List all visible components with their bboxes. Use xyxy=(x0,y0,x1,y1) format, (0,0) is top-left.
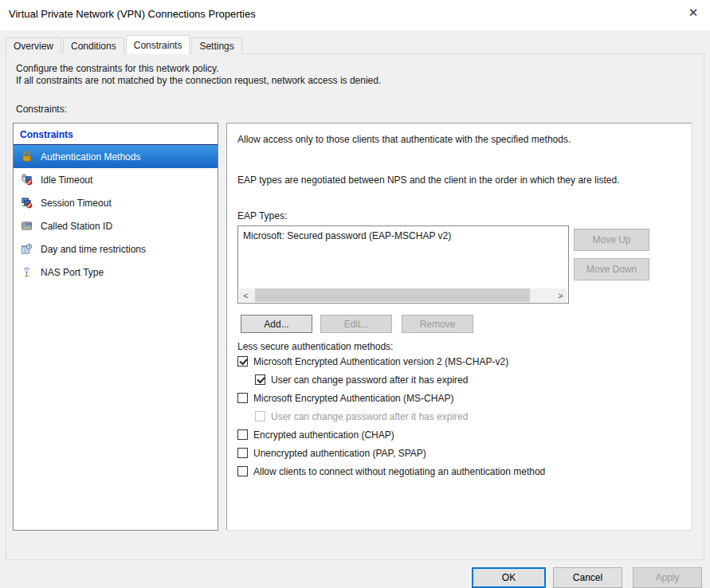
list-item-label: Called Station ID xyxy=(41,221,112,232)
horizontal-scrollbar[interactable]: < > xyxy=(239,288,567,302)
edit-button[interactable]: Edit... xyxy=(320,315,392,333)
less-secure-label: Less secure authentication methods: xyxy=(237,341,393,352)
checkbox-row-mschap: Microsoft Encrypted Authentication (MS-C… xyxy=(237,391,545,405)
scroll-right-icon[interactable]: > xyxy=(554,288,567,302)
lock-icon xyxy=(19,150,33,163)
list-item-nas-port-type[interactable]: NAS Port Type xyxy=(14,261,218,284)
nas-port-type-icon xyxy=(19,265,33,279)
session-timeout-icon xyxy=(19,196,33,210)
scrollbar-thumb[interactable] xyxy=(255,288,530,302)
list-item-authentication-methods[interactable]: Authentication Methods xyxy=(14,145,218,168)
chap-checkbox[interactable] xyxy=(237,429,248,440)
list-item-idle-timeout[interactable]: Idle Timeout xyxy=(14,168,218,191)
cancel-button[interactable]: Cancel xyxy=(553,567,622,588)
day-time-restrictions-icon xyxy=(19,242,33,256)
list-item-called-station-id[interactable]: Called Station ID xyxy=(14,214,218,237)
eap-types-listbox[interactable]: Microsoft: Secured password (EAP-MSCHAP … xyxy=(237,225,569,304)
authentication-methods-panel: Allow access only to those clients that … xyxy=(226,123,692,531)
panel-description: Allow access only to those clients that … xyxy=(237,134,668,145)
add-button[interactable]: Add... xyxy=(241,315,312,333)
scrollbar-track[interactable] xyxy=(253,288,554,302)
mschap-v2-password-change-checkbox[interactable] xyxy=(255,374,265,385)
checkbox-label: User can change password after it has ex… xyxy=(271,411,468,422)
remove-button[interactable]: Remove xyxy=(402,315,473,333)
list-item-label: Session Timeout xyxy=(41,198,112,209)
no-negotiation-checkbox[interactable] xyxy=(237,466,248,476)
checkbox-label: Microsoft Encrypted Authentication versi… xyxy=(253,356,508,367)
list-item-day-time-restrictions[interactable]: Day and time restrictions xyxy=(14,237,218,261)
intro-text: Configure the constraints for this netwo… xyxy=(16,63,381,87)
checkbox-label: Microsoft Encrypted Authentication (MS-C… xyxy=(253,393,453,404)
tab-overview[interactable]: Overview xyxy=(6,37,61,54)
eap-types-label: EAP Types: xyxy=(237,210,287,221)
list-item-session-timeout[interactable]: Session Timeout xyxy=(14,191,218,214)
checkbox-row-no-negotiation: Allow clients to connect without negotia… xyxy=(237,465,545,478)
tab-strip: Overview Conditions Constraints Settings xyxy=(6,37,244,54)
mschap-checkbox[interactable] xyxy=(237,393,248,403)
checkbox-label: Encrypted authentication (CHAP) xyxy=(253,429,394,441)
window-title: Virtual Private Network (VPN) Connection… xyxy=(9,8,256,20)
intro-line-2: If all constraints are not matched by th… xyxy=(16,75,381,87)
constraints-list: Constraints Authentication Methods Idle … xyxy=(13,123,218,531)
mschap-v2-checkbox[interactable] xyxy=(237,356,248,367)
eap-negotiation-text: EAP types are negotiated between NPS and… xyxy=(237,174,660,186)
checkbox-row-mschap-pwchange: User can change password after it has ex… xyxy=(255,410,545,423)
list-item-label: Day and time restrictions xyxy=(41,244,146,255)
eap-type-item[interactable]: Microsoft: Secured password (EAP-MSCHAP … xyxy=(238,226,568,245)
tab-constraints[interactable]: Constraints xyxy=(126,35,190,54)
move-down-button[interactable]: Move Down xyxy=(574,258,649,280)
titlebar: Virtual Private Network (VPN) Connection… xyxy=(0,0,710,30)
intro-line-1: Configure the constraints for this netwo… xyxy=(16,63,381,75)
idle-timeout-icon xyxy=(19,173,33,186)
ok-button[interactable]: OK xyxy=(472,567,546,588)
mschap-password-change-checkbox[interactable] xyxy=(255,411,265,421)
checkbox-label: Allow clients to connect without negotia… xyxy=(253,466,545,477)
scroll-left-icon[interactable]: < xyxy=(239,288,253,302)
constraints-tab-page: Configure the constraints for this netwo… xyxy=(6,53,704,560)
checkbox-row-mschap-v2: Microsoft Encrypted Authentication versi… xyxy=(237,355,545,368)
called-station-id-icon xyxy=(19,219,33,233)
close-icon[interactable]: ✕ xyxy=(683,3,704,22)
constraints-label: Constraints: xyxy=(16,104,67,115)
apply-button[interactable]: Apply xyxy=(633,567,702,588)
checkbox-row-mschap-v2-pwchange: User can change password after it has ex… xyxy=(255,373,545,386)
tab-conditions[interactable]: Conditions xyxy=(63,37,124,54)
move-up-button[interactable]: Move Up xyxy=(574,229,649,251)
list-item-label: Idle Timeout xyxy=(41,174,92,186)
auth-method-checkboxes: Microsoft Encrypted Authentication versi… xyxy=(237,355,545,478)
tab-settings[interactable]: Settings xyxy=(191,37,241,54)
checkbox-label: User can change password after it has ex… xyxy=(271,374,468,386)
list-item-label: NAS Port Type xyxy=(41,267,104,278)
checkbox-row-chap: Encrypted authentication (CHAP) xyxy=(237,428,545,441)
constraints-list-header: Constraints xyxy=(14,123,218,145)
checkbox-row-pap-spap: Unencrypted authentication (PAP, SPAP) xyxy=(237,446,545,460)
list-item-label: Authentication Methods xyxy=(41,151,140,163)
pap-spap-checkbox[interactable] xyxy=(237,448,248,458)
checkbox-label: Unencrypted authentication (PAP, SPAP) xyxy=(253,448,426,459)
